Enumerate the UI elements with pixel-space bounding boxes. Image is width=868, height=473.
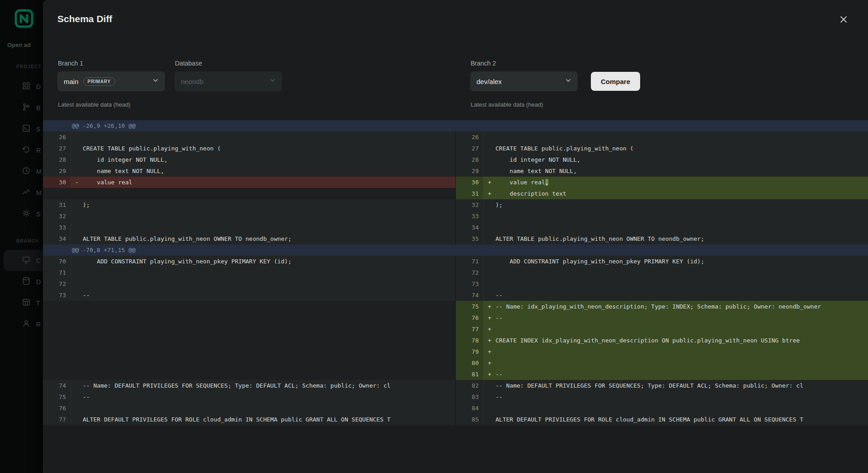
code-text: -- [495,391,503,403]
diff-sign [71,357,83,369]
code-text: -- [495,369,503,380]
diff-row: 79+ [43,346,868,357]
compare-button[interactable]: Compare [591,72,640,91]
diff-sign [71,256,83,267]
schema-diff-view: @@ -26,9 +26,10 @@262627CREATE TABLE pub… [43,120,868,425]
diff-row: 77ALTER DEFAULT PRIVILEGES FOR ROLE clou… [43,414,868,425]
diff-sign [71,403,83,414]
line-number [43,301,71,312]
branch1-hint: Latest available data (head) [58,101,130,108]
database-label: Database [175,60,202,67]
code-text: ADD CONSTRAINT playing_with_neon_pkey PR… [83,256,292,267]
database-value: neondb [181,78,203,85]
line-number: 78 [456,335,484,346]
line-number: 82 [456,380,484,391]
diff-row: 31+ description text [43,188,868,199]
line-number [43,346,71,357]
diff-sign: + [484,346,495,357]
diff-sign [71,143,83,154]
line-number: 76 [43,403,71,414]
line-number [43,312,71,323]
line-number: 34 [43,233,71,244]
diff-sign [484,267,495,278]
diff-right-line-ctx: 82-- Name: DEFAULT PRIVILEGES FOR SEQUEN… [455,380,868,391]
line-number: 85 [456,414,484,425]
diff-sign: + [484,177,495,188]
line-number: 35 [456,233,484,244]
line-number: 30 [456,177,484,188]
code-text: ); [83,199,90,211]
diff-row: 3334 [43,222,868,233]
diff-row: 2626 [43,131,868,143]
diff-sign [71,188,83,199]
code-text: id integer NOT NULL, [495,154,580,165]
close-button[interactable] [836,13,851,27]
line-number: 72 [456,267,484,278]
code-text: description text [495,188,566,199]
diff-left-line-ctx: 32 [43,211,455,222]
code-text: -- [83,391,90,403]
line-number: 83 [456,391,484,403]
schema-diff-modal: Schema Diff Branch 1 main PRIMARY Databa… [43,0,868,473]
line-number: 70 [43,256,71,267]
word-diff-highlight: , [545,179,549,186]
diff-sign [484,154,495,165]
line-number: 26 [43,131,71,143]
primary-badge: PRIMARY [83,77,115,86]
line-number: 73 [456,278,484,290]
diff-left-line-ctx: 75-- [43,391,455,403]
line-number: 71 [43,267,71,278]
line-number: 29 [456,165,484,177]
code-text: -- [495,290,503,301]
diff-sign [484,199,495,211]
diff-right-line-add: 80+ [455,357,868,369]
diff-right-line-ctx: 26 [455,131,868,143]
diff-row: 7273 [43,278,868,290]
line-number: 75 [456,301,484,312]
diff-sign [484,403,495,414]
diff-sign [71,211,83,222]
line-number: 28 [456,154,484,165]
line-number [43,369,71,380]
diff-row: 74-- Name: DEFAULT PRIVILEGES FOR SEQUEN… [43,380,868,391]
code-text: CREATE TABLE public.playing_with_neon ( [495,143,633,154]
code-text: ADD CONSTRAINT playing_with_neon_pkey PR… [495,256,704,267]
line-number: 26 [456,131,484,143]
branch2-label: Branch 2 [471,60,496,67]
diff-row: 27CREATE TABLE public.playing_with_neon … [43,143,868,154]
diff-sign [71,165,83,177]
line-number: 33 [456,211,484,222]
branch1-value: main [64,78,79,85]
diff-left-line-filler [43,346,455,357]
modal-overlay [0,0,43,473]
diff-sign [484,380,495,391]
diff-left-line-ctx: 71 [43,267,455,278]
branch2-value: dev/alex [476,78,502,85]
diff-sign [71,154,83,165]
diff-sign: + [484,323,495,335]
code-text: ALTER TABLE public.playing_with_neon OWN… [495,233,704,244]
diff-sign [71,312,83,323]
diff-right-line-ctx: 33 [455,211,868,222]
diff-left-line-filler [43,335,455,346]
diff-sign [71,233,83,244]
diff-right-line-ctx: 84 [455,403,868,414]
line-number [43,323,71,335]
diff-right-line-add: 78+CREATE INDEX idx_playing_with_neon_de… [455,335,868,346]
line-number: 77 [43,414,71,425]
diff-left-line-ctx: 28 id integer NOT NULL, [43,154,455,165]
branch1-select[interactable]: main PRIMARY [57,71,165,91]
diff-row: 34ALTER TABLE public.playing_with_neon O… [43,233,868,244]
diff-sign [484,131,495,143]
code-text: id integer NOT NULL, [83,154,168,165]
diff-right-line-add: 76+-- [455,312,868,323]
branch1-label: Branch 1 [58,60,83,67]
diff-right-line-ctx: 29 name text NOT NULL, [455,165,868,177]
diff-sign [484,233,495,244]
diff-right-line-add: 77+ [455,323,868,335]
chevron-down-icon [152,77,159,85]
diff-sign [71,278,83,290]
branch2-select[interactable]: dev/alex [470,71,578,91]
diff-sign [71,369,83,380]
diff-left-line-ctx: 73-- [43,290,455,301]
